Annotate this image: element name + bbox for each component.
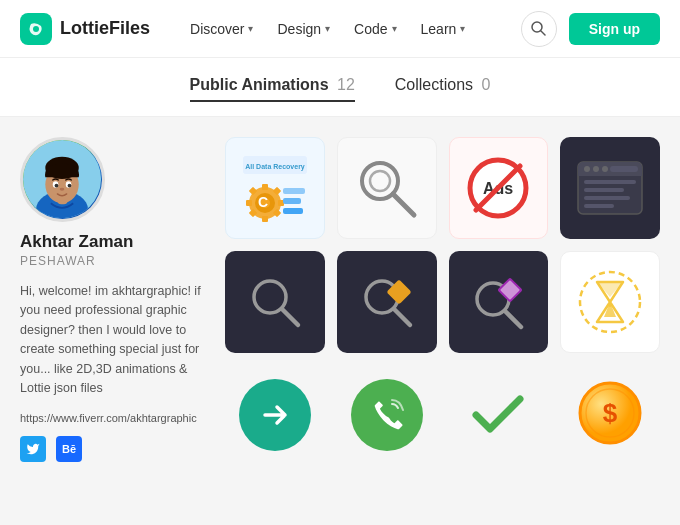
svg-rect-56 bbox=[500, 280, 520, 300]
behance-icon[interactable]: Bē bbox=[56, 436, 82, 462]
logo-text: LottieFiles bbox=[60, 18, 150, 39]
svg-point-12 bbox=[68, 184, 72, 188]
user-link[interactable]: https://www.fiverr.com/akhtargraphic bbox=[20, 412, 205, 424]
animation-card-coin[interactable]: $ bbox=[560, 365, 660, 465]
user-name: Akhtar Zaman bbox=[20, 232, 205, 252]
svg-text:All Data Recovery: All Data Recovery bbox=[245, 163, 305, 171]
tab-public-animations[interactable]: Public Animations 12 bbox=[190, 76, 355, 102]
logo-icon bbox=[20, 13, 52, 45]
user-bio: Hi, welcome! im akhtargraphic! if you ne… bbox=[20, 282, 205, 398]
animation-grid: All Data Recovery bbox=[225, 137, 660, 465]
animation-card-data-recovery[interactable]: All Data Recovery bbox=[225, 137, 325, 239]
animation-card-hourglass[interactable] bbox=[560, 251, 660, 353]
chevron-down-icon: ▾ bbox=[460, 23, 465, 34]
svg-rect-29 bbox=[283, 198, 301, 204]
search-button[interactable] bbox=[521, 11, 557, 47]
animation-card-dark-search-2[interactable] bbox=[337, 251, 437, 353]
svg-rect-21 bbox=[246, 200, 252, 206]
animation-thumb bbox=[225, 252, 325, 352]
svg-line-51 bbox=[394, 309, 410, 325]
nav-code[interactable]: Code ▾ bbox=[344, 15, 406, 43]
svg-point-0 bbox=[33, 26, 39, 32]
animation-thumb bbox=[449, 252, 549, 352]
animation-card-no-ads[interactable]: Ads bbox=[449, 137, 549, 239]
animation-card-dark-search-1[interactable] bbox=[225, 251, 325, 353]
svg-rect-19 bbox=[262, 184, 268, 190]
animation-card-checkmark[interactable] bbox=[449, 365, 549, 465]
animation-thumb bbox=[337, 252, 437, 352]
tabs-bar: Public Animations 12 Collections 0 bbox=[0, 58, 680, 117]
animation-thumb: Ads bbox=[450, 138, 548, 238]
logo[interactable]: LottieFiles bbox=[20, 13, 150, 45]
svg-point-33 bbox=[370, 171, 390, 191]
tab-collections[interactable]: Collections 0 bbox=[395, 76, 491, 102]
svg-text:C: C bbox=[258, 194, 268, 210]
svg-line-49 bbox=[282, 309, 298, 325]
user-sidebar: Akhtar Zaman PESHAWAR Hi, welcome! im ak… bbox=[20, 137, 205, 465]
nav-learn[interactable]: Learn ▾ bbox=[411, 15, 476, 43]
animation-card-browser[interactable] bbox=[560, 137, 660, 239]
header-actions: Sign up bbox=[521, 11, 660, 47]
animation-thumb bbox=[560, 138, 660, 238]
svg-line-32 bbox=[393, 194, 414, 215]
chevron-down-icon: ▾ bbox=[325, 23, 330, 34]
svg-point-42 bbox=[602, 166, 608, 172]
svg-rect-30 bbox=[283, 208, 303, 214]
main-nav: Discover ▾ Design ▾ Code ▾ Learn ▾ bbox=[180, 15, 521, 43]
animation-thumb: All Data Recovery bbox=[226, 138, 324, 238]
animation-row-1: All Data Recovery bbox=[225, 137, 660, 465]
avatar-image bbox=[23, 140, 102, 219]
svg-text:$: $ bbox=[603, 398, 618, 428]
animation-card-search[interactable] bbox=[337, 137, 437, 239]
checkmark-display bbox=[468, 383, 528, 447]
svg-rect-20 bbox=[262, 216, 268, 222]
animation-card-dark-search-3[interactable] bbox=[449, 251, 549, 353]
svg-point-13 bbox=[60, 188, 65, 191]
animation-card-arrow[interactable] bbox=[225, 365, 325, 465]
coin-display: $ bbox=[575, 378, 645, 452]
arrow-circle bbox=[239, 379, 311, 451]
twitter-icon[interactable] bbox=[20, 436, 46, 462]
nav-discover[interactable]: Discover ▾ bbox=[180, 15, 263, 43]
svg-rect-45 bbox=[584, 188, 624, 192]
phone-circle bbox=[351, 379, 423, 451]
svg-rect-47 bbox=[584, 204, 614, 208]
svg-rect-46 bbox=[584, 196, 630, 200]
social-icons: Bē bbox=[20, 436, 205, 462]
signup-button[interactable]: Sign up bbox=[569, 13, 660, 45]
svg-line-2 bbox=[541, 31, 545, 35]
user-location: PESHAWAR bbox=[20, 254, 205, 268]
svg-rect-43 bbox=[610, 166, 638, 172]
nav-design[interactable]: Design ▾ bbox=[267, 15, 340, 43]
svg-rect-44 bbox=[584, 180, 636, 184]
svg-point-40 bbox=[584, 166, 590, 172]
chevron-down-icon: ▾ bbox=[392, 23, 397, 34]
animation-card-phone[interactable] bbox=[337, 365, 437, 465]
animation-thumb bbox=[561, 252, 659, 352]
chevron-down-icon: ▾ bbox=[248, 23, 253, 34]
avatar bbox=[20, 137, 105, 222]
svg-point-11 bbox=[55, 184, 59, 188]
svg-point-41 bbox=[593, 166, 599, 172]
svg-rect-28 bbox=[283, 188, 305, 194]
animation-thumb bbox=[338, 138, 436, 238]
svg-line-54 bbox=[505, 311, 521, 327]
svg-point-58 bbox=[608, 303, 612, 307]
